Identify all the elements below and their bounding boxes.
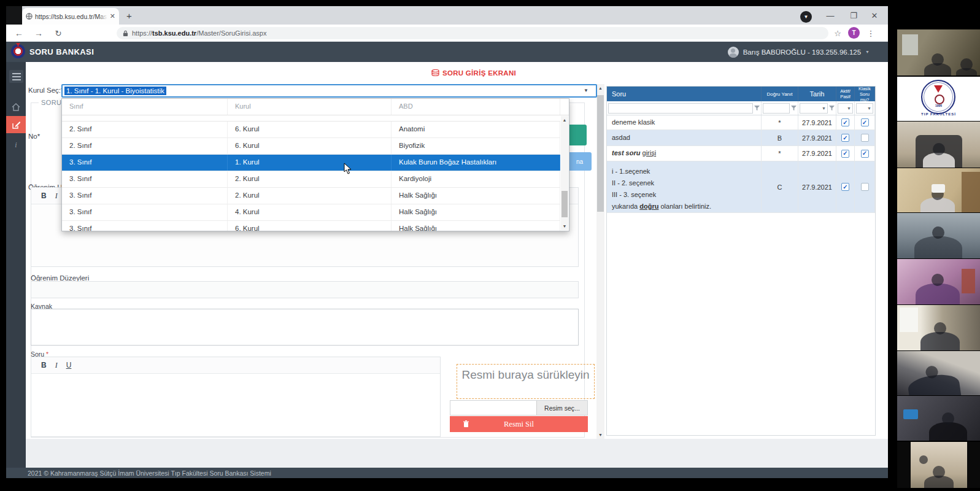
bookshelf-shape (962, 172, 980, 212)
sidebar-item-info[interactable]: i (6, 137, 26, 153)
resim-sec-button[interactable]: Resim seç... (536, 401, 587, 415)
dogru-yanit-filter[interactable] (762, 101, 798, 115)
dropdown-row-selected[interactable]: 3. Sınıf1. KurulKulak Burun Boğaz Hastal… (62, 155, 560, 171)
col-tarih: Tarih (798, 87, 836, 101)
dropdown-scrollbar[interactable]: ▲ ▼ (561, 116, 568, 230)
filter-funnel-icon[interactable] (791, 106, 797, 111)
window-highlight (902, 34, 918, 55)
aktif-checkbox[interactable] (841, 134, 849, 142)
minimize-button[interactable]: — (820, 6, 841, 25)
webcam-thumbnail[interactable] (897, 442, 980, 488)
ogrenim-duzeyleri-input[interactable] (31, 281, 579, 298)
user-menu[interactable]: Barış BABÜROĞLU - 193.255.96.125 ▼ (728, 42, 870, 62)
faculty-seal-icon (921, 80, 955, 114)
app-title: SORU BANKASI (29, 47, 94, 56)
app-header: SORU BANKASI Barış BABÜROĞLU - 193.255.9… (6, 42, 888, 62)
dropdown-row[interactable]: 2. Sınıf6. KurulBiyofizik (62, 138, 560, 155)
globe-favicon-icon (26, 13, 33, 20)
aktif-checkbox[interactable] (841, 118, 849, 126)
dropdown-row[interactable]: 2. Sınıf6. KurulAnatomi (62, 122, 560, 138)
webcam-thumbnail[interactable] (897, 122, 980, 168)
col-klasik: Klasik Soru mu? (855, 87, 875, 101)
browser-tab[interactable]: https://tsb.ksu.edu.tr/Master/So ✕ (22, 8, 119, 25)
scroll-down-icon[interactable]: ▼ (596, 431, 604, 439)
webcam-thumbnail[interactable] (897, 396, 980, 441)
scrollbar-thumb[interactable] (597, 95, 604, 212)
col-dogru-yanit: Doğru Yanıt (762, 87, 798, 101)
portrait-video (911, 442, 967, 488)
webcam-thumbnail[interactable] (897, 351, 980, 395)
resmi-sil-button[interactable]: Resmi Sil (450, 416, 588, 432)
klasik-checkbox[interactable] (861, 134, 869, 142)
soru-editor[interactable]: B I U (31, 357, 441, 437)
aktif-filter[interactable]: ▼ (836, 101, 855, 115)
italic-button[interactable]: I (55, 361, 58, 370)
browser-window: https://tsb.ksu.edu.tr/Master/So ✕ + ▼ —… (6, 6, 888, 478)
filter-funnel-icon[interactable] (754, 106, 760, 111)
scroll-up-icon[interactable]: ▲ (561, 116, 568, 124)
table-row[interactable]: deneme klasik * 27.9.2021 (607, 115, 875, 130)
back-icon[interactable]: ← (12, 26, 26, 40)
cabinet-shape (962, 269, 975, 293)
dropdown-blank-row (62, 115, 560, 122)
restore-button[interactable]: ❐ (843, 6, 864, 25)
image-dropzone[interactable]: Resmi buraya sürükleyin (457, 364, 595, 399)
tarih-filter[interactable]: ▼ (798, 101, 836, 115)
aktif-checkbox[interactable] (841, 150, 849, 158)
bold-button[interactable]: B (41, 191, 47, 200)
col-aktif-pasif: Aktif/ Pasif (836, 87, 855, 101)
col-soru: Soru (607, 87, 762, 101)
combobox-caret-icon[interactable]: ▼ (584, 88, 588, 93)
url-text: https://tsb.ksu.edu.tr/Master/SoruGirisi… (132, 29, 266, 37)
kaynak-textarea[interactable] (31, 309, 579, 346)
reload-icon[interactable]: ↻ (52, 26, 65, 40)
scroll-down-icon[interactable]: ▼ (561, 222, 568, 230)
scroll-up-icon[interactable]: ▲ (596, 84, 604, 92)
forward-icon[interactable]: → (32, 26, 45, 40)
tab-close-icon[interactable]: ✕ (110, 12, 115, 20)
bookmark-star-icon[interactable]: ☆ (831, 26, 844, 40)
media-controls-button[interactable]: ▼ (800, 11, 812, 23)
webcam-thumbnail[interactable] (897, 29, 980, 75)
underline-button[interactable]: U (66, 361, 72, 369)
new-tab-button[interactable]: + (126, 10, 132, 21)
table-row[interactable]: test soru girişi * 27.9.2021 (607, 146, 875, 161)
dropdown-row[interactable]: 3. Sınıf2. KurulKardiyoloji (62, 171, 560, 188)
klasik-checkbox[interactable] (861, 183, 869, 191)
webcam-thumbnail[interactable] (897, 305, 980, 350)
menu-kebab-icon[interactable]: ⋮ (864, 26, 878, 40)
table-row[interactable]: asdad B 27.9.2021 (607, 130, 875, 146)
kurul-combobox[interactable]: 1. Sınıf - 1. Kurul - Biyoistatistik ▼ (61, 84, 597, 98)
klasik-checkbox[interactable] (861, 118, 869, 126)
table-row[interactable]: i - 1.seçenek II - 2. seçenek III - 3. s… (607, 161, 875, 213)
face-mask-shape (932, 184, 945, 193)
sidebar: i (6, 62, 26, 468)
page-scrollbar[interactable]: ▲ ▼ (596, 84, 604, 439)
dropdown-row[interactable]: 3. Sınıf6. KurulHalk Sağlığı (62, 221, 560, 231)
klasik-checkbox[interactable] (861, 150, 869, 158)
titlebar-dark-strip (6, 6, 22, 25)
dropdown-row[interactable]: 3. Sınıf4. KurulHalk Sağlığı (62, 204, 560, 221)
dropdown-col-abd: ABD (392, 99, 560, 115)
sidebar-item-home[interactable] (6, 99, 26, 115)
webcam-thumbnail[interactable] (897, 168, 980, 212)
webcam-thumbnail[interactable] (897, 259, 980, 304)
scrollbar-thumb[interactable] (561, 191, 568, 217)
address-bar[interactable]: https://tsb.ksu.edu.tr/Master/SoruGirisi… (117, 27, 828, 39)
webcam-thumbnail[interactable] (897, 213, 980, 258)
filter-funnel-icon[interactable] (829, 106, 835, 111)
sidebar-toggle-button[interactable] (9, 70, 23, 83)
bold-button[interactable]: B (41, 361, 47, 369)
webcam-thumbnail-logo[interactable]: 1996 TIP FAKÜLTESİ (897, 77, 980, 121)
klasik-filter[interactable]: ▼ (855, 101, 875, 115)
soru-filter[interactable] (607, 101, 762, 115)
aktif-checkbox[interactable] (841, 183, 849, 191)
dropdown-row[interactable]: 3. Sınıf2. KurulHalk Sağlığı (62, 188, 560, 204)
profile-avatar[interactable]: T (848, 27, 860, 39)
sidebar-item-question-entry[interactable] (6, 116, 26, 133)
browser-toolbar: ← → ↻ https://tsb.ksu.edu.tr/Master/Soru… (6, 25, 888, 42)
italic-button[interactable]: I (55, 191, 58, 201)
image-file-input[interactable]: Resim seç... (450, 400, 588, 416)
close-button[interactable]: ✕ (864, 6, 885, 25)
girisi-link[interactable]: girişi (642, 149, 657, 157)
